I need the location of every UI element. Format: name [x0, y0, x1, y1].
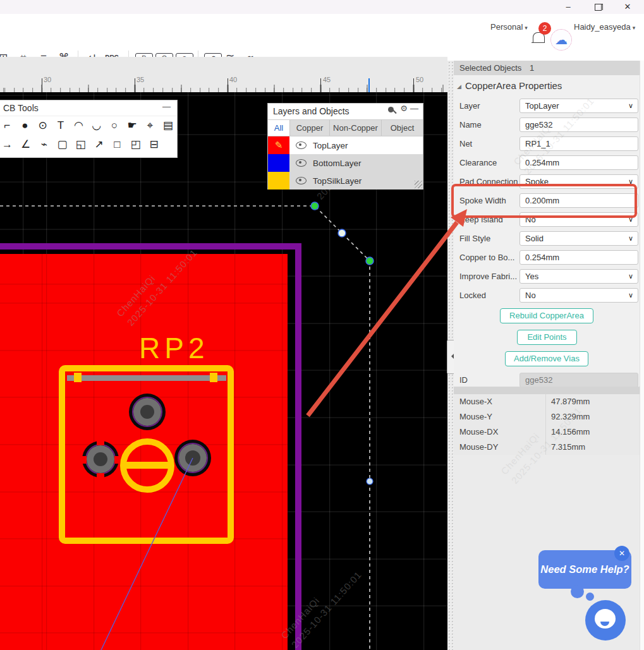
layer-color-swatch[interactable]: ✎ [268, 136, 289, 154]
spoke-width-highlight-box [451, 184, 637, 218]
layer-name: TopLayer [313, 141, 348, 150]
eye-icon[interactable] [296, 159, 307, 167]
selection-corner-handle[interactable] [311, 202, 319, 210]
tab-all[interactable]: All [268, 120, 290, 136]
field-label: Name [454, 120, 519, 129]
chat-widget-button[interactable] [585, 600, 626, 641]
username-dropdown[interactable]: Haidy_easyeda▾ [574, 20, 635, 34]
edit-points-button[interactable]: Edit Points [517, 330, 577, 345]
origin-tool-icon[interactable]: ⌖ [141, 116, 159, 135]
ruler-label: 50 [416, 76, 423, 83]
measure-tool-icon[interactable]: ↗ [90, 135, 108, 154]
name-input[interactable] [519, 117, 638, 132]
copperarea-properties-header[interactable]: ◢CopperArea Properties [454, 78, 640, 93]
pcb-tools-title[interactable]: CB Tools [0, 100, 177, 116]
chevron-down-icon: ∨ [628, 99, 633, 112]
field-row-name: Name [454, 115, 640, 134]
tab-non-copper[interactable]: Non-Copper [330, 120, 382, 136]
add-remove-vias-button[interactable]: Add/Remove Vias [505, 351, 588, 366]
field-label: Clearance [454, 158, 519, 167]
drag-tool-icon[interactable]: ☛ [123, 116, 141, 135]
ruler-ticks [0, 76, 447, 92]
id-readonly-field: gge532 [519, 373, 638, 387]
copper-area-tool-icon[interactable]: ◱ [71, 135, 90, 154]
ruler-label: 45 [323, 76, 331, 83]
caret-down-icon: ▾ [633, 25, 636, 31]
layer-color-swatch[interactable] [268, 154, 289, 172]
caret-down-icon: ▾ [525, 25, 528, 31]
field-row-clearance: Clearance [454, 153, 640, 172]
help-close-icon[interactable]: ✕ [614, 546, 629, 561]
arrow-tool-icon[interactable]: → [0, 135, 16, 154]
bubble-tail-dot [586, 593, 594, 601]
field-label: Copper to Bo... [454, 253, 519, 262]
layer-row-bottomlayer[interactable]: BottomLayer [268, 154, 423, 172]
arc-tool-icon[interactable]: ◠ [70, 116, 87, 135]
field-row-net: Net [454, 134, 640, 153]
title-bar: – ✕ [0, 0, 644, 14]
chevron-down-icon: ∨ [628, 289, 633, 302]
layer-select[interactable]: TopLayer∨ [519, 99, 638, 113]
layer-color-swatch[interactable] [268, 172, 289, 190]
circle-tool-icon[interactable]: ○ [106, 116, 123, 135]
track-tool-icon[interactable]: ⌐ [0, 116, 16, 135]
selection-midpoint-handle[interactable] [338, 229, 346, 237]
panel-scrollbar-track[interactable] [640, 61, 644, 650]
selected-objects-bar: Selected Objects 1 [454, 61, 640, 75]
tab-copper[interactable]: Copper [290, 120, 330, 136]
pin-icon[interactable] [388, 107, 394, 112]
fill-style-select[interactable]: Solid∨ [519, 231, 638, 246]
chevron-down-icon: ∨ [628, 270, 633, 283]
selected-objects-count: 1 [530, 61, 534, 75]
solid-region-tool-icon[interactable]: ▢ [53, 135, 71, 154]
dimension-tool-icon[interactable]: ∠ [16, 135, 35, 154]
user-avatar[interactable]: ☁ [550, 29, 572, 51]
connect-pad-tool-icon[interactable]: ⌁ [35, 135, 53, 154]
mouse-dx-row: Mouse-DX14.156mm [454, 424, 640, 440]
selection-corner-handle[interactable] [366, 257, 374, 265]
panelize-tool-icon[interactable]: ⊟ [145, 135, 163, 154]
layers-panel-title[interactable]: Layers and Objects [268, 104, 423, 119]
selected-objects-label: Selected Objects [459, 61, 521, 75]
minimize-panel-icon[interactable]: — [162, 102, 171, 111]
close-button[interactable]: ✕ [618, 2, 637, 13]
eye-icon[interactable] [296, 141, 307, 149]
rebuild-copperarea-button[interactable]: Rebuild CopperArea [500, 308, 593, 323]
text-tool-icon[interactable]: T [52, 116, 70, 135]
ruler-cursor-marker [368, 78, 370, 92]
clearance-input[interactable] [519, 155, 638, 170]
gear-icon[interactable]: ⚙ [400, 104, 408, 113]
pad-tool-icon[interactable]: ● [16, 116, 33, 135]
improve-fabrication-select[interactable]: Yes∨ [519, 269, 638, 284]
net-input[interactable] [519, 136, 638, 151]
locked-select[interactable]: No∨ [519, 288, 638, 303]
workspace-dropdown[interactable]: Personal▾ [490, 20, 528, 34]
minimize-panel-icon[interactable]: — [410, 104, 418, 113]
mouse-x-row: Mouse-X47.879mm [454, 394, 640, 410]
copper-area-selection-outline[interactable] [0, 206, 370, 650]
pencil-icon: ✎ [275, 140, 283, 150]
layer-row-toplayer[interactable]: ✎ TopLayer [268, 136, 423, 154]
field-label: Locked [454, 291, 519, 300]
group-tool-icon[interactable]: ◰ [126, 135, 145, 154]
copper-to-board-input[interactable] [519, 250, 638, 265]
via-tool-icon[interactable]: ⊙ [34, 116, 52, 135]
field-row-layer: Layer TopLayer∨ [454, 96, 640, 115]
field-label: Net [454, 139, 519, 148]
ruler-label: 40 [229, 76, 237, 83]
layer-row-topsilklayer[interactable]: TopSilkLayer [268, 172, 423, 190]
tab-object[interactable]: Object [382, 120, 423, 136]
restore-button[interactable] [588, 2, 607, 13]
chevron-down-icon: ∨ [628, 232, 633, 245]
rect-tool-icon[interactable]: □ [108, 135, 126, 154]
field-row-fill-style: Fill Style Solid∨ [454, 229, 640, 248]
minimize-button[interactable]: – [559, 2, 578, 13]
field-row-improve-fabrication: Improve Fabri... Yes∨ [454, 267, 640, 286]
mouse-dy-row: Mouse-DY7.315mm [454, 440, 640, 455]
arc-center-tool-icon[interactable]: ◡ [87, 116, 105, 135]
eye-icon[interactable] [296, 177, 307, 184]
panel-resize-grip[interactable] [415, 181, 422, 188]
image-tool-icon[interactable]: ▤ [159, 116, 177, 135]
pcb-tools-panel: CB Tools — ⌐ ● ⊙ T ◠ ◡ ○ ☛ ⌖ ▤ → ∠ ⌁ ▢ ◱… [0, 100, 178, 158]
selection-midpoint-handle[interactable] [367, 478, 373, 484]
